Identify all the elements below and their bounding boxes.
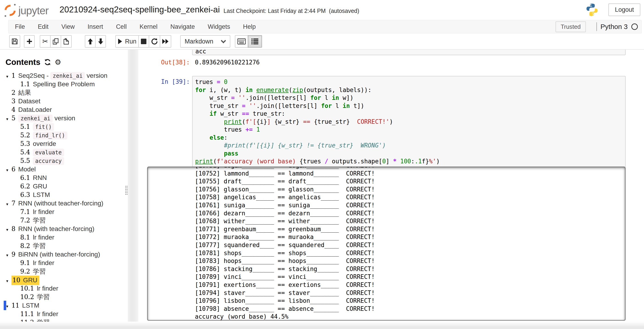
toc-title: Contents — [6, 58, 40, 67]
menu-item-insert[interactable]: Insert — [81, 20, 110, 33]
copy-cell-button[interactable] — [50, 35, 61, 48]
output-line: [10766] dezarn________ == dezarn________… — [195, 209, 625, 217]
cell-type-select[interactable]: Markdown — [180, 35, 230, 48]
output-line: accuracy (word base) 44.5% — [195, 313, 625, 321]
toc-item-3[interactable]: 3Dataset — [6, 97, 128, 105]
menu-item-edit[interactable]: Edit — [32, 20, 55, 33]
toc-item-5.1[interactable]: 5.1fit() — [6, 122, 128, 131]
toc-item-5.5[interactable]: 5.5accuracy — [6, 156, 128, 165]
code-line: w_str = ''.join([letters[l] for l in w]) — [195, 94, 625, 102]
toc-item-8.1[interactable]: 8.1lr finder — [6, 233, 128, 242]
toc-item-5[interactable]: ▼5zenkei_ai version — [6, 114, 128, 122]
collapse-triangle-icon[interactable]: ▼ — [6, 72, 12, 81]
code-cell-input[interactable]: trues = 0for i, (w, t) in enumerate(zip(… — [192, 76, 626, 167]
menu-item-navigate[interactable]: Navigate — [164, 20, 201, 33]
collapse-triangle-icon[interactable]: ▼ — [6, 115, 12, 123]
toc-item-5.2[interactable]: 5.2find_lr() — [6, 131, 128, 139]
output-line: [10798] absence_______ == absence_______… — [195, 305, 625, 313]
toc-item-10[interactable]: ▼10GRU — [6, 276, 128, 284]
toc-item-9.1[interactable]: 9.1lr finder — [6, 259, 128, 267]
toc-label: 学習 — [37, 293, 50, 301]
menu-item-file[interactable]: File — [8, 20, 32, 33]
toc-item-8.2[interactable]: 8.2学習 — [6, 242, 128, 250]
logout-button[interactable]: Logout — [608, 4, 640, 16]
partial-cell-input[interactable]: acc — [192, 50, 626, 55]
toc-number: 5.5 — [20, 156, 30, 165]
toc-label: BiRNN (with teacher-forcing) — [18, 250, 100, 259]
toc-item-7.1[interactable]: 7.1lr finder — [6, 207, 128, 216]
toc-item-11.1[interactable]: 11.1lr finder — [6, 310, 128, 318]
collapse-triangle-icon[interactable]: ▼ — [6, 225, 12, 234]
toc-item-9.2[interactable]: 9.2学習 — [6, 267, 128, 276]
move-cell-down-button[interactable] — [95, 35, 106, 48]
toc-item-1[interactable]: ▼1Seq2Seq - zenkei_ai version — [6, 71, 128, 80]
toc-item-7[interactable]: ▼7RNN (without teacher-forcing) — [6, 199, 128, 207]
toc-item-6.2[interactable]: 6.2GRU — [6, 182, 128, 190]
toc-item-8[interactable]: ▼8RNN (with teacher-forcing) — [6, 225, 128, 233]
restart-run-all-button[interactable] — [160, 35, 171, 48]
save-button[interactable] — [9, 35, 20, 48]
toc-item-5.3[interactable]: 5.3override — [6, 139, 128, 148]
cut-cell-button[interactable]: ✂ — [40, 35, 50, 48]
add-cell-button[interactable] — [24, 35, 35, 48]
menu-item-kernel[interactable]: Kernel — [133, 20, 164, 33]
toc-item-11[interactable]: ▼11LSTM — [6, 301, 128, 310]
toc-number: 6.3 — [20, 190, 30, 199]
menu-item-widgets[interactable]: Widgets — [201, 20, 237, 33]
page-bottom-space — [0, 322, 644, 329]
scissors-icon: ✂ — [42, 38, 48, 45]
toc-list: ▼1Seq2Seq - zenkei_ai version1.1Spelling… — [6, 71, 128, 327]
collapse-triangle-icon[interactable]: ▼ — [6, 200, 12, 208]
menu-item-help[interactable]: Help — [236, 20, 262, 33]
jupyter-logo[interactable]: jupyter — [4, 3, 48, 17]
run-icon — [118, 39, 122, 44]
move-cell-up-button[interactable] — [85, 35, 96, 48]
toc-settings-button[interactable]: ⚙ — [55, 59, 61, 66]
collapse-triangle-icon[interactable]: ▼ — [6, 251, 12, 259]
menubar-divider — [596, 22, 597, 31]
restart-kernel-button[interactable] — [149, 35, 160, 48]
interrupt-kernel-button[interactable] — [138, 35, 149, 48]
toc-item-2[interactable]: 2結果 — [6, 88, 128, 97]
stop-icon — [141, 39, 146, 44]
toc-number: 5 — [12, 114, 16, 122]
gear-icon: ⚙ — [55, 59, 61, 66]
toc-item-4[interactable]: 4DataLoader — [6, 105, 128, 114]
partial-cell-code: acc — [195, 50, 206, 55]
toc-number: 7.1 — [20, 207, 30, 216]
toc-label: GRU — [23, 276, 37, 284]
paste-cell-button[interactable] — [61, 35, 72, 48]
toggle-toc-button[interactable] — [248, 35, 262, 48]
menu-item-cell[interactable]: Cell — [110, 20, 133, 33]
command-palette-button[interactable] — [235, 35, 248, 48]
toc-item-6.1[interactable]: 6.1RNN — [6, 173, 128, 182]
toc-item-9[interactable]: ▼9BiRNN (with teacher-forcing) — [6, 250, 128, 259]
scrolled-output-area[interactable]: [10751] dogan_________ == dogan_________… — [147, 167, 626, 321]
toc-item-10.1[interactable]: 10.1lr finder — [6, 284, 128, 293]
collapse-triangle-icon[interactable]: ▼ — [6, 302, 12, 310]
toc-number: 5.1 — [20, 122, 30, 131]
output-line: [10768] wither________ == wither________… — [195, 217, 625, 225]
code-line: print(f'accuracy (word base) {trues / ou… — [195, 157, 625, 165]
sidebar-drag-handle[interactable] — [125, 185, 128, 195]
run-button[interactable]: Run — [116, 35, 139, 48]
toc-item-6.3[interactable]: 6.3LSTM — [6, 190, 128, 199]
collapse-triangle-icon[interactable]: ▼ — [6, 166, 12, 174]
arrow-up-icon — [88, 38, 93, 45]
toc-label: Spelling Bee Problem — [33, 80, 95, 88]
toc-label: DataLoader — [18, 105, 52, 114]
trusted-badge[interactable]: Trusted — [556, 22, 586, 32]
code-cell-39: In [39]: trues = 0for i, (w, t) in enume… — [138, 76, 644, 167]
menu-item-view[interactable]: View — [55, 20, 81, 33]
notebook-title[interactable]: 20210924-seq2seq-spelling-bee_zenkei-ai — [60, 5, 220, 15]
output-line: [10796] lisbon________ == lisbon________… — [195, 297, 625, 305]
toc-item-5.4[interactable]: 5.4evaluate — [6, 148, 128, 156]
toc-item-6[interactable]: ▼6Model — [6, 165, 128, 173]
toc-item-10.2[interactable]: 10.2学習 — [6, 293, 128, 301]
toc-refresh-button[interactable] — [44, 59, 51, 66]
toc-item-1.1[interactable]: 1.1Spelling Bee Problem — [6, 80, 128, 88]
toc-label: lr finder — [37, 310, 58, 318]
toc-label: lr finder — [33, 259, 54, 267]
toc-number: 10.1 — [20, 284, 34, 293]
toc-item-7.2[interactable]: 7.2学習 — [6, 216, 128, 225]
